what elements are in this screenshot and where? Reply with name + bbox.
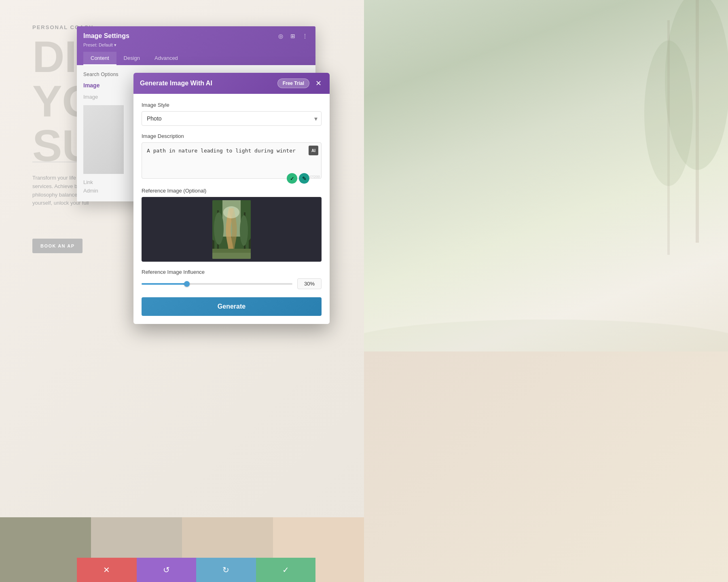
svg-point-3	[644, 40, 693, 186]
panel-icon-menu[interactable]: ⋮	[301, 32, 309, 40]
slider-wrapper	[142, 283, 292, 285]
cancel-button[interactable]: ✕	[77, 558, 137, 582]
book-button[interactable]: BOOK AN AP	[32, 239, 83, 253]
tab-content[interactable]: Content	[83, 52, 116, 65]
image-placeholder	[83, 105, 124, 174]
influence-section: Reference Image Influence 30%	[142, 269, 322, 289]
textarea-char-count: 47/200	[309, 175, 320, 179]
modal-header-right: Free Trial ✕	[277, 78, 323, 88]
cancel-icon: ✕	[103, 565, 110, 575]
modal-close-button[interactable]: ✕	[313, 78, 323, 88]
panel-preset[interactable]: Preset: Default ▾	[83, 42, 309, 48]
modal-body: Image Style Photo Art Sketch Watercolor …	[133, 94, 330, 324]
ref-image-label: Reference Image (Optional)	[142, 188, 322, 194]
ref-image-box[interactable]	[142, 197, 322, 262]
svg-point-17	[223, 206, 239, 218]
nature-decoration-svg	[364, 0, 728, 352]
svg-point-4	[364, 320, 728, 352]
ai-assist-button[interactable]: AI	[309, 146, 318, 155]
influence-row: 30%	[142, 278, 322, 289]
forest-path-svg	[212, 200, 251, 259]
emoji-teal-button[interactable]: ✎	[299, 173, 309, 184]
influence-label: Reference Image Influence	[142, 269, 322, 275]
ref-image-section: Reference Image (Optional)	[142, 188, 322, 262]
redo-icon: ↻	[222, 565, 229, 575]
generate-image-modal: Generate Image With AI Free Trial ✕ Imag…	[133, 73, 330, 324]
ref-image-preview	[212, 200, 251, 259]
slider-thumb[interactable]	[184, 281, 190, 287]
panel-header: Image Settings ◎ ⊞ ⋮ Preset: Default ▾ C…	[77, 26, 315, 65]
undo-button[interactable]: ↺	[137, 558, 197, 582]
separator-line	[32, 162, 81, 162]
slider-track	[142, 283, 292, 285]
panel-icon-target[interactable]: ◎	[277, 32, 285, 40]
description-label: Image Description	[142, 133, 322, 139]
bottom-right-bg	[364, 351, 728, 582]
tab-advanced[interactable]: Advanced	[147, 52, 185, 65]
svg-point-14	[240, 215, 248, 246]
confirm-icon: ✓	[282, 565, 289, 575]
panel-header-icons: ◎ ⊞ ⋮	[277, 32, 309, 40]
undo-icon: ↺	[163, 565, 170, 575]
confirm-button[interactable]: ✓	[256, 558, 316, 582]
panel-title: Image Settings	[83, 32, 129, 40]
panel-title-row: Image Settings ◎ ⊞ ⋮	[83, 32, 309, 40]
modal-title: Generate Image With AI	[140, 80, 212, 87]
svg-rect-16	[212, 253, 251, 259]
image-style-label: Image Style	[142, 102, 322, 108]
influence-value-display: 30%	[297, 278, 322, 289]
ai-icon-label: AI	[311, 148, 315, 153]
panel-tabs: Content Design Advanced	[83, 52, 309, 65]
redo-button[interactable]: ↻	[196, 558, 256, 582]
description-textarea-wrapper: A path in nature leading to light during…	[142, 142, 322, 180]
image-style-select-wrapper: Photo Art Sketch Watercolor 3D Render ▾	[142, 111, 322, 126]
emoji-buttons: ✓ ✎	[287, 173, 309, 184]
hero-right-image	[364, 0, 728, 352]
svg-point-10	[214, 212, 224, 245]
bottom-toolbar: ✕ ↺ ↻ ✓	[77, 558, 315, 582]
image-style-select[interactable]: Photo Art Sketch Watercolor 3D Render	[142, 111, 322, 126]
panel-icon-grid[interactable]: ⊞	[289, 32, 297, 40]
emoji-green-button[interactable]: ✓	[287, 173, 297, 184]
free-trial-badge[interactable]: Free Trial	[277, 78, 309, 88]
slider-fill	[142, 283, 187, 285]
tab-design[interactable]: Design	[116, 52, 147, 65]
generate-button[interactable]: Generate	[142, 297, 322, 316]
modal-header: Generate Image With AI Free Trial ✕	[133, 73, 330, 94]
